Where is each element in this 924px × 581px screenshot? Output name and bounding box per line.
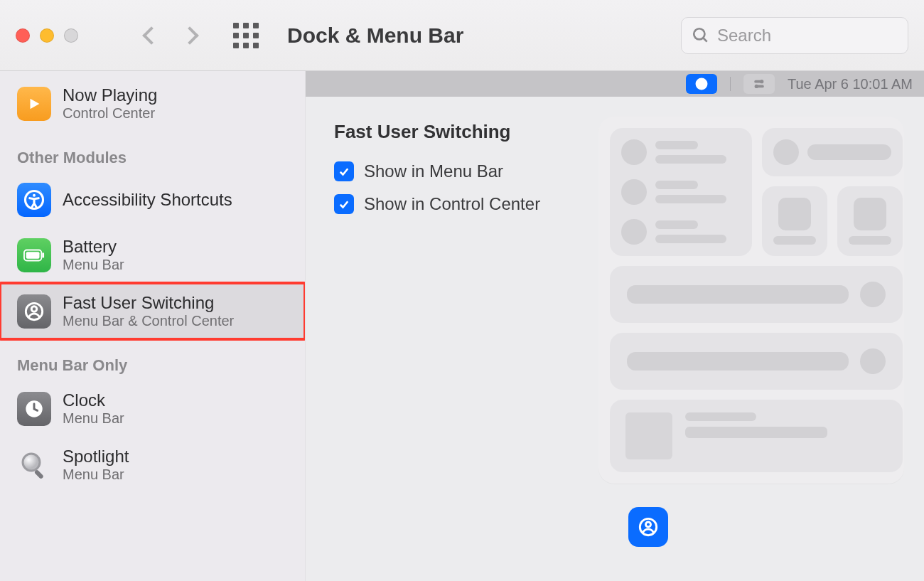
svg-point-16 (760, 80, 763, 83)
cc-slider-card (610, 266, 903, 323)
sidebar-item-label: Clock (63, 390, 124, 410)
cc-media-card (610, 400, 903, 472)
svg-rect-7 (42, 252, 44, 258)
search-field[interactable]: Search (681, 17, 908, 54)
section-other-modules: Other Modules (0, 132, 305, 173)
menu-bar-control-center-icon[interactable] (743, 74, 775, 94)
svg-point-11 (23, 454, 40, 471)
sidebar-item-battery[interactable]: Battery Menu Bar (0, 227, 305, 283)
sidebar-item-label: Spotlight (63, 447, 129, 467)
show-in-menu-bar-row[interactable]: Show in Menu Bar (334, 161, 604, 181)
sidebar-item-now-playing[interactable]: Now Playing Control Center (0, 75, 305, 132)
svg-point-9 (31, 306, 36, 311)
cc-card (762, 186, 827, 256)
checkbox-label: Show in Menu Bar (364, 161, 503, 181)
svg-marker-2 (31, 98, 40, 109)
menu-bar-separator (730, 77, 731, 91)
sidebar-item-clock[interactable]: Clock Menu Bar (0, 380, 305, 437)
sidebar-item-sublabel: Control Center (63, 105, 157, 122)
sidebar-item-fast-user-switching[interactable]: Fast User Switching Menu Bar & Control C… (0, 283, 305, 339)
svg-point-18 (755, 85, 758, 88)
section-menu-bar-only: Menu Bar Only (0, 339, 305, 380)
close-window-button[interactable] (16, 28, 30, 43)
sidebar: Now Playing Control Center Other Modules… (0, 71, 306, 581)
checkbox-checked-icon[interactable] (334, 161, 354, 181)
checkbox-checked-icon[interactable] (334, 194, 354, 214)
show-in-control-center-row[interactable]: Show in Control Center (334, 194, 604, 214)
svg-point-4 (33, 194, 36, 197)
clock-icon (17, 392, 51, 426)
cc-card (610, 128, 752, 256)
svg-point-20 (646, 522, 651, 527)
cc-slider-card (610, 333, 903, 390)
back-button[interactable] (142, 26, 160, 44)
svg-point-14 (700, 81, 704, 85)
control-center-preview (618, 121, 904, 567)
sidebar-item-label: Now Playing (63, 85, 157, 105)
forward-button[interactable] (181, 26, 198, 44)
sidebar-item-sublabel: Menu Bar (63, 257, 124, 273)
sidebar-item-spotlight[interactable]: Spotlight Menu Bar (0, 437, 305, 493)
cc-card (762, 128, 903, 176)
accessibility-icon (17, 183, 51, 217)
search-placeholder: Search (717, 26, 771, 46)
settings-title: Fast User Switching (334, 121, 604, 143)
sidebar-item-sublabel: Menu Bar (63, 467, 129, 483)
checkbox-label: Show in Control Center (364, 194, 540, 214)
sidebar-item-sublabel: Menu Bar & Control Center (63, 313, 234, 329)
sidebar-item-label: Fast User Switching (63, 293, 234, 313)
svg-rect-6 (26, 252, 40, 258)
svg-line-1 (703, 38, 707, 41)
search-icon (692, 26, 710, 45)
content-pane: Tue Apr 6 10:01 AM Fast User Switching S… (306, 71, 924, 581)
settings-panel: Fast User Switching Show in Menu Bar Sho… (334, 121, 604, 567)
cc-card (837, 186, 903, 256)
menu-bar-datetime: Tue Apr 6 10:01 AM (788, 76, 913, 92)
show-all-prefs-button[interactable] (233, 23, 259, 48)
nav-arrows (145, 29, 196, 42)
cc-fast-user-switching-icon[interactable] (628, 507, 668, 547)
window-title: Dock & Menu Bar (287, 23, 463, 48)
sidebar-item-sublabel: Menu Bar (63, 410, 124, 427)
sidebar-item-label: Battery (63, 237, 124, 257)
minimize-window-button[interactable] (40, 28, 54, 43)
zoom-window-button[interactable] (64, 28, 78, 43)
toolbar: Dock & Menu Bar Search (0, 0, 924, 71)
sidebar-item-accessibility-shortcuts[interactable]: Accessibility Shortcuts (0, 173, 305, 227)
play-icon (17, 87, 51, 121)
svg-point-0 (694, 28, 704, 39)
menu-bar-preview: Tue Apr 6 10:01 AM (306, 71, 924, 97)
battery-icon (17, 238, 51, 272)
user-icon (17, 294, 51, 329)
sidebar-item-label: Accessibility Shortcuts (63, 190, 232, 210)
window-controls (16, 28, 78, 43)
spotlight-icon (17, 448, 51, 482)
menu-bar-user-icon[interactable] (686, 74, 717, 94)
